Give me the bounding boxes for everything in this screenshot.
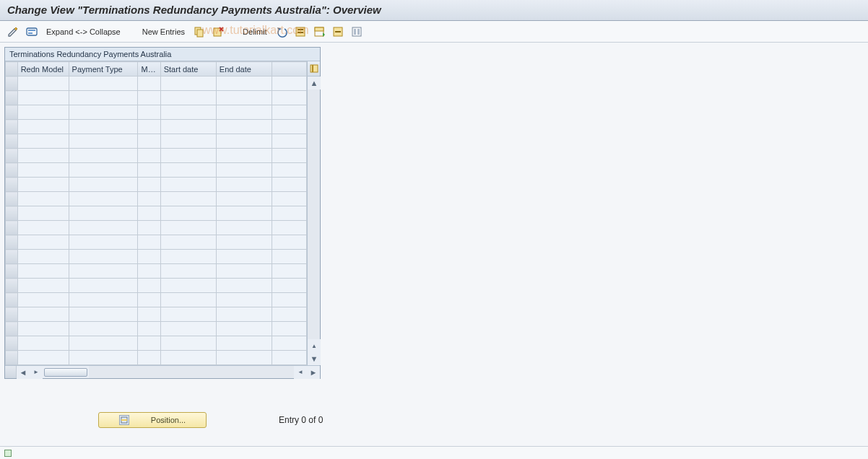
table-row[interactable]	[6, 235, 307, 250]
table-row[interactable]	[6, 134, 307, 149]
vertical-scroll-track[interactable]	[308, 89, 320, 339]
row-selector[interactable]	[6, 120, 18, 134]
scroll-down-icon[interactable]: ▼	[308, 352, 321, 365]
col-header-start-date[interactable]: Start date	[160, 62, 216, 76]
grid-cell[interactable]	[160, 163, 216, 178]
table-row[interactable]	[6, 105, 307, 120]
horizontal-scroll-track[interactable]	[89, 366, 294, 378]
grid-cell[interactable]	[17, 279, 69, 293]
undo-icon[interactable]	[274, 25, 289, 39]
table-row[interactable]	[6, 149, 307, 163]
grid-cell[interactable]	[216, 293, 272, 307]
scroll-right-icon[interactable]: ►	[307, 366, 320, 379]
grid-cell[interactable]	[272, 134, 307, 149]
grid-cell[interactable]	[17, 120, 69, 134]
grid-cell[interactable]	[138, 134, 160, 149]
row-selector[interactable]	[6, 351, 18, 365]
row-selector[interactable]	[6, 279, 18, 293]
grid-cell[interactable]	[138, 235, 160, 250]
grid-cell[interactable]	[160, 105, 216, 120]
grid-cell[interactable]	[160, 293, 216, 307]
row-selector[interactable]	[6, 192, 18, 206]
grid-cell[interactable]	[272, 336, 307, 351]
grid-cell[interactable]	[216, 307, 272, 322]
grid-cell[interactable]	[69, 163, 138, 178]
grid-cell[interactable]	[17, 336, 69, 351]
grid-cell[interactable]	[17, 250, 69, 264]
table-row[interactable]	[6, 279, 307, 293]
row-selector[interactable]	[6, 178, 18, 192]
grid-cell[interactable]	[138, 264, 160, 279]
grid-cell[interactable]	[160, 351, 216, 365]
grid-cell[interactable]	[138, 250, 160, 264]
grid-cell[interactable]	[138, 206, 160, 221]
grid-cell[interactable]	[160, 264, 216, 279]
row-selector[interactable]	[6, 105, 18, 120]
row-selector[interactable]	[6, 149, 18, 163]
new-entries-button[interactable]: New Entries	[139, 25, 188, 39]
grid-cell[interactable]	[69, 206, 138, 221]
delete-icon[interactable]	[211, 25, 225, 39]
row-selector[interactable]	[6, 307, 18, 322]
table-row[interactable]	[6, 76, 307, 91]
column-config-icon[interactable]	[308, 61, 320, 76]
grid-cell[interactable]	[216, 105, 272, 120]
grid-cell[interactable]	[160, 120, 216, 134]
grid-cell[interactable]	[272, 120, 307, 134]
grid-cell[interactable]	[138, 120, 160, 134]
grid-cell[interactable]	[69, 178, 138, 192]
grid-cell[interactable]	[17, 192, 69, 206]
other-view-icon[interactable]	[25, 25, 39, 39]
grid-cell[interactable]	[272, 264, 307, 279]
grid-cell[interactable]	[138, 76, 160, 91]
grid-cell[interactable]	[160, 336, 216, 351]
grid-cell[interactable]	[160, 235, 216, 250]
grid-cell[interactable]	[272, 91, 307, 105]
grid-cell[interactable]	[69, 120, 138, 134]
grid-cell[interactable]	[69, 322, 138, 336]
grid-cell[interactable]	[216, 235, 272, 250]
config-icon[interactable]	[350, 25, 364, 39]
grid-cell[interactable]	[272, 206, 307, 221]
grid-cell[interactable]	[69, 250, 138, 264]
table-row[interactable]	[6, 351, 307, 365]
grid-cell[interactable]	[272, 351, 307, 365]
select-block-icon[interactable]	[312, 25, 326, 39]
grid-cell[interactable]	[272, 163, 307, 178]
grid-cell[interactable]	[17, 322, 69, 336]
select-all-icon[interactable]	[293, 25, 308, 39]
table-row[interactable]	[6, 307, 307, 322]
scroll-up-icon[interactable]: ▲	[308, 76, 321, 89]
grid-cell[interactable]	[160, 206, 216, 221]
grid-cell[interactable]	[138, 178, 160, 192]
grid-cell[interactable]	[17, 221, 69, 235]
table-row[interactable]	[6, 322, 307, 336]
grid-cell[interactable]	[17, 235, 69, 250]
table-row[interactable]	[6, 221, 307, 235]
expand-collapse-button[interactable]: Expand <-> Collapse	[43, 25, 123, 39]
grid-cell[interactable]	[138, 192, 160, 206]
grid-cell[interactable]	[160, 250, 216, 264]
grid-cell[interactable]	[272, 235, 307, 250]
grid-cell[interactable]	[216, 192, 272, 206]
grid-cell[interactable]	[216, 91, 272, 105]
grid-cell[interactable]	[17, 293, 69, 307]
grid-cell[interactable]	[138, 322, 160, 336]
grid-cell[interactable]	[69, 105, 138, 120]
grid-cell[interactable]	[69, 336, 138, 351]
grid-cell[interactable]	[138, 336, 160, 351]
grid-cell[interactable]	[272, 221, 307, 235]
grid-cell[interactable]	[160, 91, 216, 105]
grid-cell[interactable]	[69, 264, 138, 279]
grid-cell[interactable]	[138, 307, 160, 322]
grid-cell[interactable]	[69, 293, 138, 307]
grid-cell[interactable]	[69, 235, 138, 250]
grid-cell[interactable]	[138, 105, 160, 120]
change-mode-icon[interactable]	[6, 25, 20, 39]
grid-cell[interactable]	[160, 149, 216, 163]
grid-cell[interactable]	[160, 279, 216, 293]
grid-cell[interactable]	[272, 250, 307, 264]
col-header-end-date[interactable]: End date	[216, 62, 272, 76]
grid-cell[interactable]	[69, 149, 138, 163]
row-selector[interactable]	[6, 163, 18, 178]
